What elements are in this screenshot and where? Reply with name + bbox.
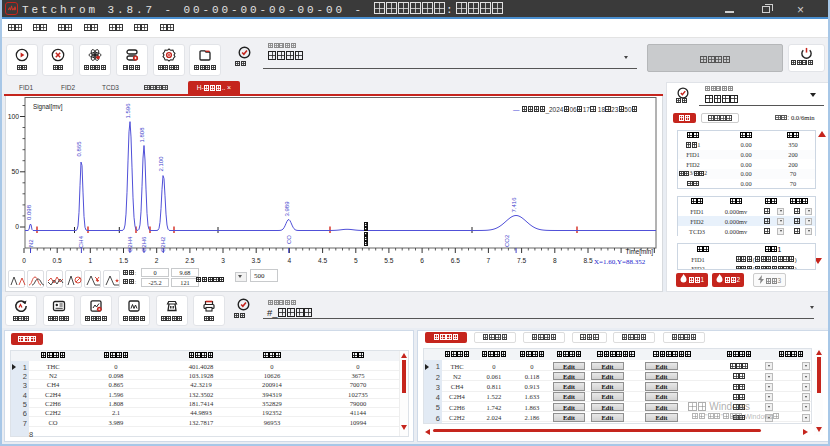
svg-text:Signal[mv]: Signal[mv] (33, 103, 63, 111)
svg-text:50: 50 (11, 168, 19, 175)
svg-text:C2H2: C2H2 (160, 236, 166, 252)
svg-text:5.5: 5.5 (384, 257, 393, 264)
svg-text:8: 8 (553, 257, 557, 264)
svg-text:100: 100 (8, 113, 20, 120)
svg-text:6.5: 6.5 (451, 257, 460, 264)
svg-text:0.5: 0.5 (53, 257, 62, 264)
svg-text:0.865: 0.865 (76, 141, 82, 157)
svg-text:3: 3 (221, 257, 225, 264)
svg-text:CO2: CO2 (504, 234, 510, 247)
svg-text:C2H6: C2H6 (141, 236, 147, 252)
svg-text:4: 4 (288, 257, 292, 264)
svg-text:4.5: 4.5 (318, 257, 327, 264)
svg-text:2: 2 (155, 257, 159, 264)
svg-text:0.098: 0.098 (26, 204, 32, 220)
svg-text:0: 0 (22, 257, 26, 264)
svg-text:Time[min]: Time[min] (626, 248, 654, 256)
svg-text:0: 0 (15, 223, 19, 230)
svg-text:N2: N2 (28, 239, 34, 247)
svg-text:8.5: 8.5 (583, 257, 592, 264)
svg-text:1.596: 1.596 (125, 103, 131, 119)
svg-text:C2H4: C2H4 (127, 236, 133, 252)
svg-text:3.5: 3.5 (252, 257, 261, 264)
svg-text:7.416: 7.416 (511, 197, 517, 213)
svg-text:3.989: 3.989 (284, 201, 290, 217)
svg-text:5: 5 (354, 257, 358, 264)
svg-text:1.5: 1.5 (119, 257, 128, 264)
svg-text:2.100: 2.100 (158, 156, 164, 172)
svg-text:7: 7 (487, 257, 491, 264)
svg-text:6: 6 (420, 257, 424, 264)
svg-text:CH4: CH4 (78, 235, 84, 248)
svg-text:2.5: 2.5 (185, 257, 194, 264)
svg-text:CO: CO (286, 235, 292, 244)
svg-text:7.5: 7.5 (517, 257, 526, 264)
svg-text:1: 1 (88, 257, 92, 264)
svg-text:1.808: 1.808 (139, 127, 145, 143)
